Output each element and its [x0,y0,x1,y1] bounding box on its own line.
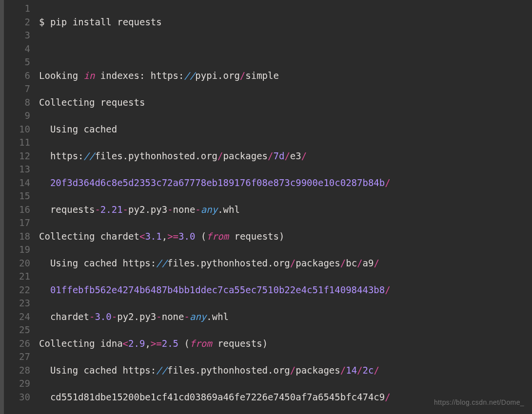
line-number: 1 [4,2,30,16]
line-number: 9 [4,109,30,123]
line-number: 26 [4,337,30,351]
line-number: 4 [4,42,30,56]
code-line: Using cached https://files.pythonhosted.… [39,257,532,270]
line-number: 11 [4,136,30,150]
line-number: 12 [4,150,30,163]
line-number: 18 [4,230,30,244]
line-number: 5 [4,56,30,69]
code-line: Using cached [39,123,532,136]
line-number: 10 [4,123,30,136]
line-number: 6 [4,69,30,83]
line-number: 29 [4,377,30,391]
line-number: 15 [4,189,30,203]
line-number-gutter: 1 2 3 4 5 6 7 8 9 10 11 12 13 14 15 16 1… [4,0,39,414]
code-line [39,42,532,56]
line-number: 16 [4,203,30,217]
code-line: chardet-3.0-py2.py3-none-any.whl [39,310,532,324]
line-number: 20 [4,257,30,270]
line-number: 2 [4,16,30,29]
line-number: 3 [4,29,30,42]
code-editor: 1 2 3 4 5 6 7 8 9 10 11 12 13 14 15 16 1… [0,0,532,414]
line-number: 17 [4,216,30,230]
code-line: 20f3d364d6c8e5d2353c72a67778eb189176f08e… [39,176,532,190]
watermark-text: https://blog.csdn.net/Dome_ [434,396,524,410]
code-line: https://files.pythonhosted.org/packages/… [39,150,532,163]
line-number: 22 [4,283,30,297]
code-line: Looking in indexes: https://pypi.org/sim… [39,69,532,83]
code-line: Using cached https://files.pythonhosted.… [39,364,532,377]
code-line: Collecting requests [39,96,532,110]
line-number: 23 [4,297,30,310]
line-number: 8 [4,96,30,110]
code-line: Collecting idna<2.9,>=2.5 (from requests… [39,337,532,351]
line-number: 25 [4,323,30,337]
code-line: requests-2.21-py2.py3-none-any.whl [39,203,532,217]
line-number: 28 [4,364,30,377]
code-area[interactable]: $ pip install requests Looking in indexe… [39,0,532,414]
line-number: 27 [4,350,30,364]
line-number: 13 [4,163,30,176]
line-number: 21 [4,270,30,283]
line-number: 30 [4,391,30,404]
line-number: 24 [4,310,30,324]
line-number: 7 [4,82,30,96]
line-number: 19 [4,243,30,257]
code-line: Collecting chardet<3.1,>=3.0 (from reque… [39,230,532,244]
code-line: 01ffebfb562e4274b6487b4bb1ddec7ca55ec751… [39,283,532,297]
line-number: 14 [4,176,30,190]
code-line: $ pip install requests [39,16,532,29]
